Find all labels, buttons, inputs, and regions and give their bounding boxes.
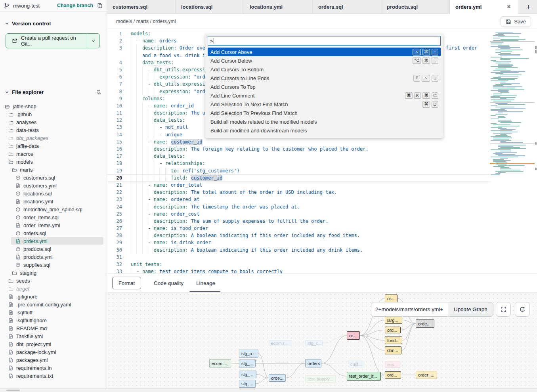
copy-icon[interactable]	[97, 3, 103, 8]
code-line-26[interactable]: 26 description: The sum of supply expens…	[107, 218, 490, 225]
format-button[interactable]: Format	[112, 277, 141, 289]
tab-orders.yml[interactable]: orders.yml✕	[450, 0, 518, 14]
lineage-node-cus_f[interactable]: cus...	[385, 361, 400, 368]
lineage-node-g_orde[interactable]: orde...	[416, 319, 434, 328]
file-item-requirements.in[interactable]: requirements.in	[0, 364, 107, 372]
code-editor[interactable]: 1models:2 - name: orders3 description: O…	[107, 29, 537, 273]
change-branch-link[interactable]: Change branch	[57, 3, 93, 8]
file-item-order_items.yml[interactable]: order_items.yml	[0, 221, 107, 229]
code-line-21[interactable]: 21 - name: order_total	[107, 182, 490, 189]
lineage-node-or_pink[interactable]: or...	[347, 331, 360, 340]
pr-dropdown-caret[interactable]	[87, 34, 99, 48]
palette-item-build-all-modified-and-downstream-models[interactable]: Build all modified and downstream models	[208, 126, 441, 135]
lineage-node-orde_b[interactable]: orde...	[269, 374, 286, 382]
lineage-node-stg_3[interactable]: stg_...	[239, 371, 256, 378]
file-item-dbt_packages[interactable]: dbt_packages	[0, 134, 107, 142]
close-icon[interactable]: ✕	[505, 3, 512, 10]
new-tab-button[interactable]: +	[523, 2, 534, 11]
palette-item-add-cursors-to-line-ends[interactable]: Add Cursors to Line Ends⇧⌥I	[208, 74, 441, 82]
code-line-18[interactable]: 18 - relationships:	[107, 160, 490, 167]
lineage-node-t_order[interactable]: test_order_it...	[347, 372, 381, 381]
tab-code-quality[interactable]: Code quality	[154, 274, 183, 293]
palette-item-add-cursor-above[interactable]: Add Cursor Above⌥⌘↑	[208, 48, 441, 56]
file-explorer-header[interactable]: File explorer	[0, 87, 107, 97]
palette-item-add-cursor-below[interactable]: Add Cursor Below⌥⌘↓	[208, 56, 441, 65]
lineage-node-stg_4[interactable]: stg_...	[239, 380, 256, 388]
save-button[interactable]: Save	[501, 16, 531, 27]
lineage-node-y_food[interactable]: food...	[385, 337, 402, 344]
code-line-16[interactable]: 16 description: The foreign key relating…	[107, 145, 490, 153]
tab-locations.sql[interactable]: locations.sql	[176, 0, 244, 13]
file-item-customers.yml[interactable]: customers.yml	[0, 182, 107, 189]
file-item-dbt_project.yml[interactable]: dbt_project.yml	[0, 340, 107, 348]
tab-locations.yml[interactable]: locations.yml	[244, 0, 313, 13]
update-graph-button[interactable]: Update Graph	[448, 302, 493, 317]
file-item-macros[interactable]: macros	[0, 150, 107, 158]
code-line-27[interactable]: 27 - name: is_food_order	[107, 225, 490, 232]
code-line-15[interactable]: 15 - name: customer_id	[107, 138, 490, 145]
file-item-package-lock.yml[interactable]: package-lock.yml	[0, 348, 107, 356]
tab-customers.sql[interactable]: customers.sql	[107, 0, 176, 13]
file-item-.sqlfluffignore[interactable]: .sqlfluffignore	[0, 316, 107, 324]
palette-item-build-all-models-related-to-the-modified-models[interactable]: Build all models related to the modified…	[208, 117, 441, 126]
code-line-22[interactable]: 22 description: The total amount of the …	[107, 189, 490, 196]
fullscreen-icon[interactable]	[496, 302, 511, 317]
tab-products.sql[interactable]: products.sql	[381, 0, 450, 13]
lineage-node-y_ord2[interactable]: ord...	[385, 371, 401, 379]
refresh-icon[interactable]	[515, 302, 530, 317]
lineage-node-y_ord1[interactable]: ord...	[385, 327, 401, 333]
file-item-locations.sql[interactable]: locations.sql	[0, 189, 107, 197]
file-item-models[interactable]: models	[0, 158, 107, 166]
file-item-data-tests[interactable]: data-tests	[0, 126, 107, 134]
code-line-17[interactable]: 17 data_tests:	[107, 153, 490, 160]
file-item-products.sql[interactable]: products.sql	[0, 245, 107, 253]
file-item-.github[interactable]: .github	[0, 110, 107, 118]
lineage-node-stg_o[interactable]: stg_o...	[239, 350, 258, 358]
search-icon[interactable]	[96, 89, 102, 95]
lineage-node-cust_f[interactable]: cust...	[348, 361, 363, 367]
palette-item-add-cursors-to-bottom[interactable]: Add Cursors To Bottom	[208, 65, 441, 74]
file-item-analyses[interactable]: analyses	[0, 118, 107, 126]
lineage-node-y_larg[interactable]: larg...	[385, 316, 402, 324]
file-item-requirements.txt[interactable]: requirements.txt	[0, 372, 107, 380]
minimap[interactable]	[490, 31, 535, 272]
palette-item-add-selection-to-previous-find-match[interactable]: Add Selection To Previous Find Match	[208, 109, 441, 117]
tab-lineage[interactable]: Lineage	[196, 274, 215, 293]
file-item-Taskfile.yml[interactable]: Taskfile.yml	[0, 332, 107, 340]
lineage-node-tsup_f[interactable]: test_supply...	[305, 375, 336, 382]
sidebar-hscroll-thumb[interactable]	[6, 390, 20, 391]
file-item-.sqlfluff[interactable]: .sqlfluff	[0, 308, 107, 316]
file-item-seeds[interactable]: seeds	[0, 277, 107, 285]
lineage-node-orders[interactable]: orders	[305, 359, 321, 367]
file-item-orders.yml[interactable]: orders.yml	[0, 237, 107, 245]
lineage-node-ecom[interactable]: ecom....	[209, 359, 231, 367]
palette-item-add-line-comment[interactable]: Add Line Comment⌘K⌘C	[208, 91, 441, 100]
command-palette-input[interactable]: >	[208, 36, 441, 46]
horizontal-scrollbar-track[interactable]	[0, 388, 537, 392]
file-item-README.md[interactable]: README.md	[0, 324, 107, 332]
tab-orders.sql[interactable]: orders.sql	[313, 0, 381, 13]
create-pr-button[interactable]: Create a pull request on Git...	[6, 33, 100, 48]
version-control-header[interactable]: Version control	[0, 18, 107, 29]
code-line-28[interactable]: 28 description: A boolean indicating if …	[107, 232, 490, 239]
code-line-33[interactable]: 33 - name: test_order_items_compute_to_b…	[107, 268, 490, 273]
file-item-marts[interactable]: marts	[0, 166, 107, 174]
editor-scrollbar[interactable]	[535, 29, 537, 273]
code-line-31[interactable]: 31	[107, 254, 490, 261]
file-item-.pre-commit-config.yaml[interactable]: .pre-commit-config.yaml	[0, 300, 107, 308]
code-line-29[interactable]: 29 - name: is_drink_order	[107, 239, 490, 246]
lineage-selector-input[interactable]	[371, 302, 448, 317]
code-line-23[interactable]: 23 - name: ordered_at	[107, 196, 490, 203]
code-line-32[interactable]: 32unit_tests:	[107, 261, 490, 268]
lineage-node-y_ordr[interactable]: order_...	[416, 371, 437, 379]
code-line-25[interactable]: 25 - name: order_cost	[107, 210, 490, 218]
lineage-node-ecom_r[interactable]: ecom.r...	[269, 340, 292, 346]
file-item-staging[interactable]: staging	[0, 269, 107, 277]
code-line-24[interactable]: 24 description: The timestamp the order …	[107, 203, 490, 210]
file-item-customers.sql[interactable]: customers.sql	[0, 174, 107, 182]
code-line-19[interactable]: 19 to: ref('stg_customers')	[107, 167, 490, 174]
file-item-packages.yml[interactable]: packages.yml	[0, 356, 107, 364]
file-item-order_items.sql[interactable]: order_items.sql	[0, 213, 107, 221]
lineage-node-stg_2[interactable]: stg_...	[239, 359, 256, 367]
code-line-30[interactable]: 30 description: A boolean indicating if …	[107, 247, 490, 254]
